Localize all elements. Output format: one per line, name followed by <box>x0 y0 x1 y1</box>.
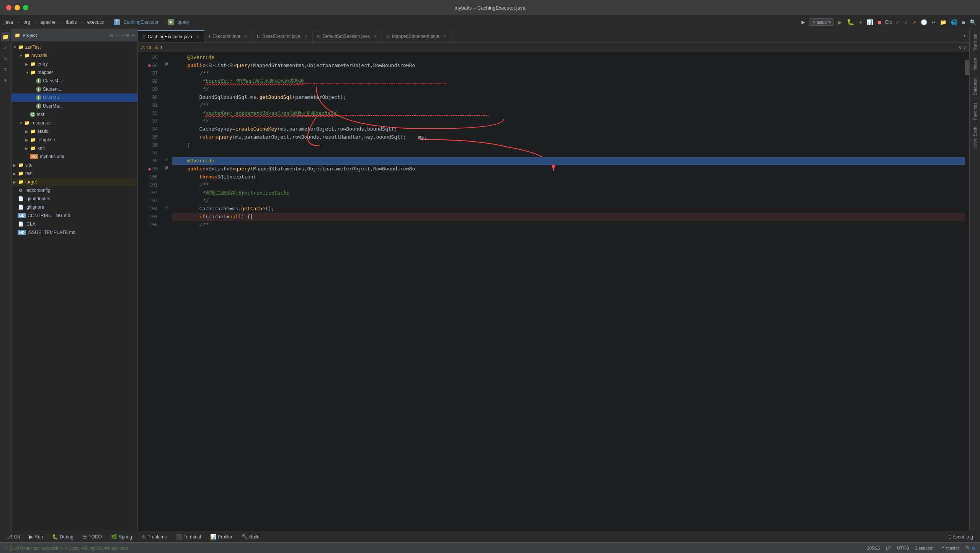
tree-icon-expand[interactable]: ⊞ <box>116 32 119 38</box>
cursor-position[interactable]: 105:25 <box>867 546 880 550</box>
tab-close-icon[interactable]: ✕ <box>443 34 446 39</box>
tree-item-template[interactable]: ▶ 📁 template <box>11 136 137 144</box>
translate-icon[interactable]: 🌐 <box>950 18 958 26</box>
line-ending[interactable]: LF <box>886 546 891 550</box>
tree-item-entry[interactable]: ▶ 📁 entry <box>11 60 137 68</box>
git-merge-icon[interactable]: ✓ <box>903 18 909 26</box>
tab-git[interactable]: ⎇ Git <box>3 533 24 541</box>
next-warning-button[interactable]: ∨ <box>963 44 966 51</box>
window-controls[interactable] <box>6 5 28 10</box>
scrollbar-map[interactable] <box>965 52 969 531</box>
nav-executor[interactable]: executor <box>86 19 106 26</box>
panel-icon-structure[interactable]: ≡ <box>1 64 10 74</box>
panel-icon-favorites[interactable]: ★ <box>1 75 10 84</box>
tree-item-test-folder[interactable]: ▶ 📁 test <box>11 169 137 178</box>
build-status-text: Build completed successfully in 1 sec, 4… <box>10 546 128 550</box>
tree-item-resources[interactable]: ▼ 📁 resources <box>11 119 137 127</box>
nav-query[interactable]: query <box>176 19 191 26</box>
search-everywhere-icon[interactable]: 🔍 <box>969 18 977 26</box>
tree-item-test-class[interactable]: ▶ C test <box>11 110 137 119</box>
close-button[interactable] <box>6 5 11 10</box>
tab-spring[interactable]: 🌿 Spring <box>107 533 136 541</box>
nav-caching-executor[interactable]: CachingExecutor <box>122 19 160 26</box>
tree-icon-minimize[interactable]: — <box>131 32 134 38</box>
code-content[interactable]: @Override public <E> List<E> query ( Map… <box>172 52 965 531</box>
tree-item-userma1[interactable]: ▶ I UserMa... <box>11 93 137 102</box>
nav-java[interactable]: java <box>3 19 15 26</box>
minimize-button[interactable] <box>15 5 20 10</box>
tab-maven[interactable]: Maven <box>971 55 979 74</box>
profile-icon[interactable]: 📊 <box>866 18 874 26</box>
tree-item-student[interactable]: ▶ I Student... <box>11 85 137 93</box>
scrollbar-thumb[interactable] <box>965 60 969 75</box>
tree-item-site[interactable]: ▶ 📁 site <box>11 161 137 169</box>
tab-default-sql-session[interactable]: C DefaultSqlSession.java ✕ <box>313 30 382 43</box>
nav-org[interactable]: org <box>22 19 31 26</box>
tree-item-contributing[interactable]: ▶ MD CONTRIBUTING.md <box>11 211 137 220</box>
tree-item-issue-template[interactable]: ▶ MD ISSUE_TEMPLATE.md <box>11 228 137 237</box>
tree-item-editorconfig[interactable]: ▶ ⚙ .editorconfig <box>11 186 137 195</box>
tree-item-classm[interactable]: ▶ I ClassM... <box>11 77 137 85</box>
encoding[interactable]: UTF-8 <box>897 546 909 550</box>
tree-item-target[interactable]: ▶ 📁 target <box>11 178 137 186</box>
tree-item-mybatis-xml[interactable]: ▶ MD mybatis.xml <box>11 152 137 161</box>
tab-word-book[interactable]: Word Book <box>971 124 979 151</box>
tree-label: target <box>25 179 37 185</box>
tab-build[interactable]: 🔨 Build <box>238 533 263 541</box>
tree-item-gitattributes[interactable]: ▶ 📄 .gitattributes <box>11 195 137 203</box>
git-push-icon[interactable]: ↗ <box>911 18 917 26</box>
tab-event-log[interactable]: 1 Event Log <box>945 533 977 541</box>
tree-item-zzntest[interactable]: ▼ 📁 zznTest <box>11 43 137 51</box>
git-shelf-icon[interactable]: 📁 <box>939 18 947 26</box>
tab-caching-executor[interactable]: C CachingExecutor.java ✕ <box>138 30 204 43</box>
nav-ibatis[interactable]: ibatis <box>64 19 78 26</box>
tab-close-icon[interactable]: ✕ <box>304 34 308 39</box>
tab-todo[interactable]: ☰ TODO <box>79 533 106 541</box>
tab-problems[interactable]: ⚠ Problems <box>137 533 171 541</box>
run-button[interactable]: ▶ <box>837 17 843 27</box>
tab-base-executor[interactable]: C BaseExecutor.java ✕ <box>252 30 312 43</box>
tab-close-icon[interactable]: ✕ <box>196 34 199 39</box>
tree-icon-settings[interactable]: ⚙ <box>126 32 129 38</box>
run-icon[interactable]: ▶ <box>801 18 806 26</box>
tab-close-icon[interactable]: ✕ <box>374 34 377 39</box>
prev-warning-button[interactable]: ∧ <box>958 44 961 51</box>
maximize-button[interactable] <box>23 5 28 10</box>
tree-icon-collapse[interactable]: ⊟ <box>121 32 124 38</box>
stop-icon[interactable]: ■ <box>877 18 882 26</box>
tab-debug[interactable]: 🐛 Debug <box>48 533 77 541</box>
git-branch[interactable]: ⎇ master <box>940 545 959 550</box>
tree-item-userma2[interactable]: ▶ I UserMa... <box>11 102 137 110</box>
tab-profiler[interactable]: 📊 Profiler <box>206 533 236 541</box>
indent[interactable]: 2 spaces* <box>915 546 934 550</box>
tabs-more-button[interactable]: ▾ <box>960 33 969 39</box>
tree-item-static[interactable]: ▶ 📁 static <box>11 127 137 136</box>
tab-terminal[interactable]: ⬛ Terminal <box>172 533 205 541</box>
nav-apache[interactable]: apache <box>39 19 57 26</box>
tab-run[interactable]: ▶ Run <box>25 533 47 541</box>
config-dropdown-icon[interactable]: ▼ <box>828 20 831 24</box>
git-check-icon[interactable]: ✓ <box>895 18 900 26</box>
tree-icon-locate[interactable]: ◎ <box>110 32 113 38</box>
tab-database[interactable]: Database <box>971 74 979 98</box>
git-revert-icon[interactable]: ↩ <box>931 18 936 26</box>
tree-item-gitignore[interactable]: ▶ 📄 .gitignore <box>11 203 137 211</box>
git-history-icon[interactable]: 🕐 <box>920 18 928 26</box>
tree-item-icla[interactable]: ▶ 📄 ICLA <box>11 220 137 228</box>
tree-item-mybatis[interactable]: ▼ 📁 mybatis <box>11 51 137 60</box>
code-editor[interactable]: 85 ●86 87 88 89 90 91 92 93 94 95 96 97 … <box>138 52 969 531</box>
tab-mapped-statement[interactable]: C MappedStatement.java ✕ <box>382 30 451 43</box>
tab-close-icon[interactable]: ✕ <box>244 34 247 39</box>
layout-icon[interactable]: ⊞ <box>961 18 966 26</box>
tree-item-xml[interactable]: ▶ 📁 xml <box>11 144 137 152</box>
tab-favorites[interactable]: Favorites <box>971 100 979 123</box>
panel-icon-commit[interactable]: ✓ <box>1 43 10 52</box>
coverage-icon[interactable]: ⚡ <box>858 18 863 26</box>
panel-icon-pullrequest[interactable]: ⇅ <box>1 54 10 63</box>
tab-translate[interactable]: Translate <box>971 31 979 54</box>
tree-item-mapper[interactable]: ▼ 📁 mapper <box>11 68 137 77</box>
test-config[interactable]: ⚙ test.b ▼ <box>809 18 834 26</box>
tab-executor[interactable]: I Executor.java ✕ <box>204 30 252 43</box>
debug-icon[interactable]: 🐛 <box>846 18 855 26</box>
panel-icon-project[interactable]: 📁 <box>1 32 10 41</box>
